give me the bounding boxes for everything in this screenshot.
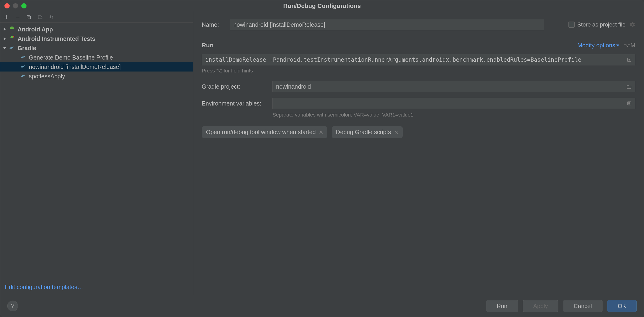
ok-button[interactable]: OK: [607, 300, 637, 312]
zoom-window-button[interactable]: [21, 3, 26, 8]
modify-options-shortcut: ⌥M: [624, 42, 635, 49]
minimize-window-button[interactable]: [13, 3, 18, 8]
separator: [202, 36, 635, 36]
android-test-icon: [9, 36, 15, 42]
add-configuration-button[interactable]: [3, 14, 10, 20]
svg-point-5: [13, 36, 14, 38]
tree-group-android-instrumented[interactable]: Android Instrumented Tests: [0, 34, 193, 44]
gradle-project-row: Gradle project:: [202, 81, 635, 92]
command-hint: Press ⌥ for field hints: [202, 68, 635, 74]
env-label: Environment variables:: [202, 100, 272, 107]
expand-icon[interactable]: [627, 57, 632, 62]
env-field: [272, 98, 635, 109]
run-section-header: Run Modify options ⌥M: [202, 42, 635, 49]
svg-point-2: [12, 28, 13, 28]
titlebar: Run/Debug Configurations: [0, 0, 644, 12]
env-hint: Separate variables with semicolon: VAR=v…: [272, 112, 635, 118]
env-input[interactable]: [276, 98, 627, 109]
command-input[interactable]: [205, 56, 627, 63]
close-window-button[interactable]: [4, 3, 10, 8]
toolbar: [0, 12, 193, 23]
name-label: Name:: [202, 21, 230, 28]
store-as-file-label: Store as project file: [578, 21, 626, 28]
run-debug-dialog: Run/Debug Configurations: [0, 0, 644, 317]
remove-configuration-button[interactable]: [14, 14, 21, 20]
traffic-lights: [4, 3, 26, 8]
svg-point-1: [11, 28, 12, 28]
sidebar: Android App Android Instrumented Tests: [0, 12, 193, 295]
store-as-file-checkbox[interactable]: [568, 22, 574, 28]
close-icon[interactable]: [394, 130, 398, 134]
chip-label: Debug Gradle scripts: [336, 129, 391, 136]
gradle-project-field: [272, 81, 635, 92]
gradle-icon: [20, 73, 26, 80]
svg-point-3: [11, 37, 12, 37]
gradle-icon: [20, 64, 26, 70]
chevron-right-icon: [2, 27, 7, 32]
modify-options-label: Modify options: [578, 42, 615, 49]
folder-icon[interactable]: [626, 84, 632, 89]
tree-label: spotlessApply: [29, 73, 65, 80]
tree-label: Android Instrumented Tests: [18, 36, 96, 42]
chip-label: Open run/debug tool window when started: [206, 129, 316, 136]
store-as-file-wrap: Store as project file: [568, 21, 635, 28]
tree-item-spotlessapply[interactable]: spotlessApply: [0, 72, 193, 81]
chevron-right-icon: [2, 36, 7, 41]
tree-group-android-app[interactable]: Android App: [0, 24, 193, 34]
android-icon: [9, 26, 15, 32]
tree-item-installdemorelease[interactable]: nowinandroid [installDemoRelease]: [0, 62, 193, 72]
cancel-button[interactable]: Cancel: [563, 300, 602, 312]
option-chips: Open run/debug tool window when started …: [202, 126, 635, 138]
gradle-project-label: Gradle project:: [202, 83, 272, 90]
close-icon[interactable]: [319, 130, 323, 134]
tree-label: Android App: [18, 26, 53, 33]
run-section-title: Run: [202, 42, 214, 49]
tree-item-generate-baseline[interactable]: Generate Demo Baseline Profile: [0, 53, 193, 62]
copy-configuration-button[interactable]: [26, 14, 32, 20]
chevron-down-icon: [2, 46, 7, 51]
name-row: Name: Store as project file: [202, 19, 635, 30]
svg-rect-0: [28, 16, 30, 19]
tree-label: Generate Demo Baseline Profile: [29, 54, 113, 61]
gear-icon[interactable]: [630, 22, 635, 28]
move-down-button[interactable]: [48, 14, 55, 20]
help-button[interactable]: ?: [7, 300, 18, 311]
gradle-project-input[interactable]: [276, 81, 626, 92]
main-area: Android App Android Instrumented Tests: [0, 12, 644, 295]
tree-label: nowinandroid [installDemoRelease]: [29, 64, 121, 70]
configuration-tree: Android App Android Instrumented Tests: [0, 23, 193, 279]
apply-button[interactable]: Apply: [523, 300, 559, 312]
config-content: Name: Store as project file Run Modify o…: [193, 12, 644, 295]
gradle-icon: [9, 45, 15, 51]
gradle-icon: [20, 54, 26, 61]
chip-open-tool-window[interactable]: Open run/debug tool window when started: [202, 126, 328, 138]
env-row: Environment variables:: [202, 98, 635, 109]
save-configuration-button[interactable]: [37, 14, 44, 20]
name-input[interactable]: [230, 19, 544, 30]
expand-icon[interactable]: [627, 101, 632, 106]
chip-debug-gradle-scripts[interactable]: Debug Gradle scripts: [332, 126, 403, 138]
dialog-title: Run/Debug Configurations: [4, 2, 640, 10]
sidebar-footer: Edit configuration templates…: [0, 279, 193, 295]
tree-label: Gradle: [18, 45, 36, 52]
tree-group-gradle[interactable]: Gradle: [0, 44, 193, 53]
button-bar: ? Run Apply Cancel OK: [0, 295, 644, 317]
modify-options-link[interactable]: Modify options: [578, 42, 620, 49]
command-field-wrap: [202, 54, 635, 66]
run-button[interactable]: Run: [486, 300, 518, 312]
edit-templates-link[interactable]: Edit configuration templates…: [5, 284, 83, 290]
